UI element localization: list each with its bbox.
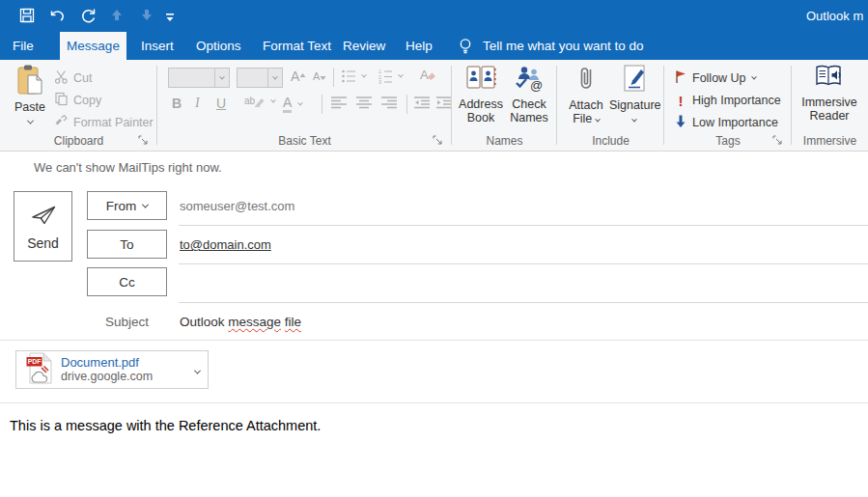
copy-button[interactable]: Copy (54, 91, 101, 110)
grow-font-button[interactable]: A (291, 69, 306, 84)
svg-text:@: @ (530, 78, 543, 93)
chevron-down-icon (270, 97, 276, 102)
immersive-reader-label: Immersive Reader (798, 96, 861, 123)
immersive-reader-button[interactable]: Immersive Reader (798, 64, 861, 123)
ribbon-group-clipboard: Paste Cut Copy Format Painter Clipboard (0, 60, 157, 151)
ribbon-tab-row: File Message Insert Options Format Text … (0, 32, 868, 60)
low-importance-button[interactable]: Low Importance (674, 113, 778, 132)
tab-format-text[interactable]: Format Text (263, 32, 331, 60)
chevron-down-icon (26, 118, 33, 124)
format-painter-button[interactable]: Format Painter (54, 113, 154, 132)
chevron-down-icon (219, 73, 225, 79)
chevron-down-icon (631, 117, 637, 123)
cc-button[interactable]: Cc (87, 267, 167, 296)
to-button[interactable]: To (87, 230, 167, 259)
text-highlight-button[interactable]: ab (244, 95, 275, 107)
shrink-font-button[interactable]: A (313, 70, 326, 82)
high-importance-button[interactable]: ! High Importance (674, 91, 781, 110)
copy-icon (54, 92, 69, 109)
chevron-down-icon (298, 99, 304, 105)
tab-message[interactable]: Message (60, 32, 126, 60)
from-value[interactable]: someuser@test.com (180, 199, 294, 213)
tab-options[interactable]: Options (196, 32, 241, 60)
clipboard-dialog-launcher-icon[interactable] (138, 135, 150, 147)
format-painter-label: Format Painter (73, 116, 154, 129)
tab-insert[interactable]: Insert (141, 32, 174, 60)
move-up-icon[interactable] (110, 8, 127, 25)
cut-button[interactable]: Cut (54, 69, 92, 88)
follow-up-label: Follow Up (692, 71, 746, 85)
align-center-button[interactable] (356, 97, 373, 109)
svg-text:PDF: PDF (28, 358, 42, 365)
window-title: Outlook m (806, 0, 863, 32)
follow-up-button[interactable]: Follow Up (674, 69, 756, 88)
ribbon-group-immersive: Immersive Reader Immersive (792, 60, 868, 151)
check-names-button[interactable]: @ Check Names (506, 64, 552, 124)
flag-icon (674, 69, 687, 87)
tab-help[interactable]: Help (406, 32, 433, 60)
from-button[interactable]: From (87, 191, 167, 220)
bullets-button[interactable] (341, 69, 366, 84)
ribbon-group-names: Address Book @ Check Names Names (452, 60, 557, 151)
bold-button[interactable]: B (172, 96, 182, 111)
send-plane-icon (29, 203, 58, 230)
attachment-options-chevron-icon[interactable] (195, 363, 200, 377)
paste-button[interactable]: Paste (8, 64, 52, 135)
title-bar: Outlook m (0, 0, 868, 32)
italic-button[interactable]: I (195, 96, 200, 111)
font-color-button[interactable]: A (283, 95, 302, 113)
to-value[interactable]: to@domain.com (180, 237, 271, 252)
basic-text-dialog-launcher-icon[interactable] (433, 135, 444, 147)
check-names-label: Check Names (506, 97, 552, 124)
clear-formatting-button[interactable]: A (420, 68, 436, 82)
tags-dialog-launcher-icon[interactable] (772, 135, 784, 147)
font-size-combo[interactable] (237, 68, 283, 88)
outlook-compose-window: Outlook m File Message Insert Options Fo… (0, 0, 868, 497)
address-book-button[interactable]: Address Book (458, 64, 504, 124)
signature-icon (621, 83, 648, 97)
cut-icon (54, 69, 69, 87)
pdf-cloud-attachment-icon: PDF (26, 352, 52, 387)
chevron-down-icon (595, 117, 601, 123)
clipboard-group-label: Clipboard (0, 134, 157, 148)
font-name-combo[interactable] (168, 68, 230, 88)
to-label: To (120, 237, 133, 252)
tab-review[interactable]: Review (343, 32, 385, 60)
svg-text:3: 3 (378, 79, 381, 84)
align-right-button[interactable] (381, 97, 398, 109)
chevron-down-icon (361, 72, 367, 78)
send-label: Send (27, 235, 59, 251)
attach-file-button[interactable]: Attach File (565, 64, 607, 125)
ribbon-group-include: Attach File Signature Include (557, 60, 664, 151)
high-importance-icon: ! (674, 93, 687, 109)
decrease-indent-button[interactable] (414, 97, 431, 109)
attachment-card[interactable]: PDF Document.pdf drive.google.com (15, 350, 209, 389)
subject-value[interactable]: Outlook message file (180, 315, 301, 329)
address-book-label: Address Book (458, 97, 504, 124)
immersive-reader-icon (813, 80, 846, 94)
signature-button[interactable]: Signature (609, 64, 659, 125)
include-group-label: Include (557, 134, 664, 148)
from-label: From (106, 199, 137, 213)
immersive-group-label: Immersive (792, 134, 868, 148)
redo-icon[interactable] (80, 8, 98, 25)
paste-icon (15, 85, 44, 98)
undo-icon[interactable] (49, 8, 67, 25)
save-icon[interactable] (19, 8, 37, 25)
send-button[interactable]: Send (14, 191, 72, 262)
format-painter-icon (54, 114, 69, 131)
attachment-filename: Document.pdf (61, 355, 153, 370)
subject-label: Subject (87, 315, 167, 329)
customize-qat-icon[interactable] (164, 11, 182, 28)
tell-me-box[interactable]: Tell me what you want to do (483, 32, 644, 60)
move-down-icon[interactable] (140, 8, 157, 25)
ribbon-group-tags: Follow Up ! High Importance Low Importan… (664, 60, 792, 151)
numbering-button[interactable]: 123 (378, 69, 403, 84)
message-body[interactable]: This is a message with the Reference Att… (10, 418, 321, 433)
align-left-button[interactable] (331, 97, 348, 109)
address-book-icon (465, 82, 496, 96)
chevron-down-icon (751, 74, 757, 80)
ribbon-group-basic-text: A A 123 A B I U ab A Basic Text (157, 60, 452, 151)
underline-button[interactable]: U (216, 96, 226, 111)
tab-file[interactable]: File (13, 32, 34, 60)
